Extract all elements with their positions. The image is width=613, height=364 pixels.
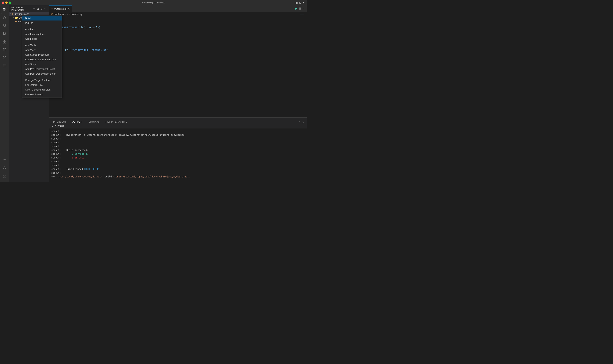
tab-close-button[interactable]: ✕ <box>68 7 70 10</box>
svg-point-3 <box>5 25 6 26</box>
output-line-7: stdout: 0 Warning(s) <box>51 152 304 156</box>
menu-item-open-containing-folder[interactable]: Open Containing Folder <box>22 87 62 92</box>
menu-item-add-existing-item[interactable]: Add Existing Item... <box>22 32 62 37</box>
menu-item-build[interactable]: Build <box>22 16 62 21</box>
minimap-toggle[interactable]: ≡≡≡≡ <box>299 13 304 15</box>
tab-label: mytable.sql <box>54 7 67 10</box>
svg-point-2 <box>5 26 6 27</box>
svg-rect-7 <box>3 42 5 43</box>
run-button[interactable]: ▶ <box>295 7 297 10</box>
project-icon: ⊟ <box>12 12 14 15</box>
output-label: OUTPUT <box>55 125 64 128</box>
menu-item-change-target-platform[interactable]: Change Target Platform <box>22 78 62 83</box>
panel-maximize-icon[interactable]: ⌃ <box>298 121 300 124</box>
table-activity-icon[interactable] <box>1 62 8 69</box>
svg-rect-8 <box>5 42 6 43</box>
minimize-button[interactable] <box>5 1 8 4</box>
svg-point-10 <box>3 56 6 59</box>
split-editor-icon[interactable]: ⊟ <box>299 7 301 10</box>
search-activity-icon[interactable] <box>1 14 8 22</box>
menu-item-add-folder[interactable]: Add Folder <box>22 37 62 41</box>
more-options-icon[interactable]: ··· <box>44 7 47 10</box>
chevron-down-icon: ▼ <box>10 13 12 15</box>
titlebar-icons: ▣ ⊟ ⠿ <box>295 1 305 4</box>
menu-item-publish[interactable]: Publish <box>22 21 62 25</box>
git-activity-icon[interactable] <box>1 54 8 62</box>
menu-item-add-pre-deployment[interactable]: Add Pre-Deployment Script <box>22 67 62 71</box>
svg-rect-12 <box>3 64 6 67</box>
menu-separator-3 <box>22 77 62 77</box>
sidebar-header: Database Projects ＋ ⊞ ↻ ··· <box>9 5 49 12</box>
menu-item-add-view[interactable]: Add View <box>22 48 62 52</box>
menu-item-add-external-streaming-job[interactable]: Add External Streaming Job <box>22 57 62 62</box>
menu-item-add-post-deployment[interactable]: Add Post-Deployment Script <box>22 71 62 76</box>
layout-icon[interactable]: ⊟ <box>299 1 301 4</box>
code-line-5 <box>59 71 307 75</box>
window-controls <box>2 1 11 4</box>
output-chevron-icon: ▼ <box>51 125 53 128</box>
code-line-3: [Id] INT NOT NULL PRIMARY KEY <box>59 48 307 52</box>
output-section-header: ▼ OUTPUT <box>49 124 307 129</box>
breadcrumb-file[interactable]: ≡ mytable.sql <box>69 13 82 15</box>
extensions-activity-icon[interactable] <box>1 38 8 46</box>
code-line-1: CREATE TABLE [dbo].[mytable] <box>59 26 307 29</box>
source-control-activity-icon[interactable] <box>1 22 8 30</box>
sidebar: Database Projects ＋ ⊞ ↻ ··· ▼ ⊟ mydbproj… <box>9 5 49 182</box>
sql-file-icon: ≡ <box>15 20 17 23</box>
output-content[interactable]: stdout: stdout: mydbproject -> /Users/sc… <box>49 129 307 182</box>
code-content[interactable]: CREATE TABLE [dbo].[mytable] ( [Id] INT … <box>57 16 307 117</box>
menu-item-remove-project[interactable]: Remove Project <box>22 92 62 97</box>
refresh-icon[interactable]: ↻ <box>40 7 43 10</box>
svg-rect-6 <box>5 40 6 42</box>
output-line-2: stdout: mydbproject -> /Users/scoriani/r… <box>51 133 304 137</box>
output-line-13: >>> "/usr/local/share/dotnet/dotnet" bui… <box>51 175 304 179</box>
more-activity-icon[interactable]: ··· <box>1 156 8 163</box>
menu-separator-1 <box>22 26 62 26</box>
menu-separator-2 <box>22 42 62 42</box>
account-activity-icon[interactable] <box>1 164 8 172</box>
svg-point-9 <box>3 48 6 49</box>
panel-tabs: PROBLEMS OUTPUT TERMINAL .NET INTERACTIV… <box>49 118 307 124</box>
breadcrumb-sep: › <box>67 13 68 15</box>
menu-item-edit-sqlproj[interactable]: Edit .sqlproj File <box>22 83 62 87</box>
svg-point-13 <box>4 167 5 168</box>
open-folder-icon[interactable]: ⊞ <box>37 7 39 10</box>
editor-area: ≡ mytable.sql ✕ ▶ ⊟ ··· ⊟ mydbproject › … <box>49 5 307 182</box>
files-activity-icon[interactable] <box>1 6 8 14</box>
editor-tab-mytable[interactable]: ≡ mytable.sql ✕ <box>49 5 72 12</box>
tab-terminal[interactable]: TERMINAL <box>84 119 102 125</box>
output-line-10: stdout: <box>51 163 304 167</box>
bottom-panel: PROBLEMS OUTPUT TERMINAL .NET INTERACTIV… <box>49 117 307 182</box>
context-menu: Build Publish Add Item... Add Existing I… <box>22 15 62 98</box>
activity-bar-bottom: ··· <box>1 156 8 182</box>
menu-item-add-stored-procedure[interactable]: Add Stored Procedure <box>22 52 62 57</box>
menu-item-add-script[interactable]: Add Script <box>22 62 62 67</box>
menu-item-add-table[interactable]: Add Table <box>22 43 62 48</box>
output-line-3: stdout: <box>51 137 304 141</box>
output-line-11: stdout: Time Elapsed 00:00:03.49 <box>51 167 304 171</box>
settings-activity-icon[interactable] <box>1 172 8 180</box>
tab-output[interactable]: OUTPUT <box>69 119 84 125</box>
code-editor[interactable]: 1 2 3 4 5 CREATE TABLE [dbo].[mytable] (… <box>49 16 307 117</box>
more-actions-icon[interactable]: ··· <box>303 7 305 10</box>
titlebar: mytable.sql — localdev ▣ ⊟ ⠿ <box>0 0 307 5</box>
run-activity-icon[interactable] <box>1 30 8 38</box>
close-button[interactable] <box>2 1 4 4</box>
panel-close-icon[interactable]: ✕ <box>302 121 304 124</box>
output-line-6: stdout: Build succeeded. <box>51 148 304 152</box>
output-line-12: stdout: <box>51 171 304 175</box>
output-line-5: stdout: <box>51 144 304 148</box>
breadcrumb: ⊟ mydbproject › ≡ mytable.sql ≡≡≡≡ <box>49 12 307 16</box>
database-activity-icon[interactable] <box>1 46 8 53</box>
maximize-button[interactable] <box>9 1 11 4</box>
tab-net-interactive[interactable]: .NET INTERACTIVE <box>102 119 130 125</box>
tab-problems[interactable]: PROBLEMS <box>51 119 69 125</box>
svg-rect-5 <box>3 40 5 42</box>
file-breadcrumb-icon: ≡ <box>69 13 70 15</box>
output-line-9: stdout: <box>51 160 304 163</box>
more-icon[interactable]: ⠿ <box>303 1 305 4</box>
window-title: mytable.sql — localdev <box>141 1 165 4</box>
sidebar-toggle-icon[interactable]: ▣ <box>295 1 298 4</box>
menu-item-add-item[interactable]: Add Item... <box>22 27 62 32</box>
add-icon[interactable]: ＋ <box>33 7 36 11</box>
